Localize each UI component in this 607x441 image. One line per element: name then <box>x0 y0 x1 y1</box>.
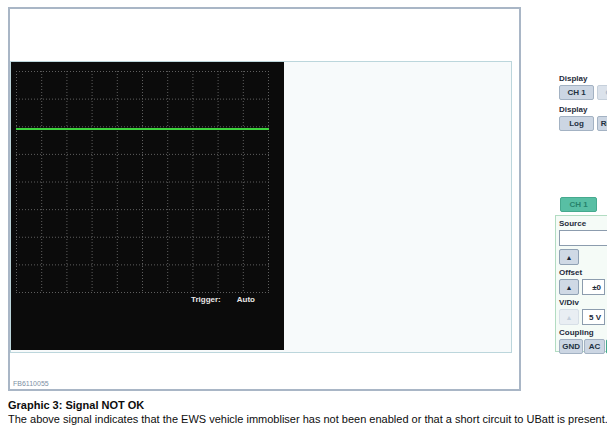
control-panel: Display CH 1 CH 2 Coupled Display Log Re… <box>284 62 511 352</box>
figure-frame: Trigger: Auto Display CH 1 CH 2 Coupled … <box>8 7 521 391</box>
up-arrow-icon: ▲ <box>566 314 573 321</box>
ch1-offset-value[interactable]: ±0 % <box>582 279 605 295</box>
display-ch1-button[interactable]: CH 1 <box>559 85 594 100</box>
oscilloscope-app: Trigger: Auto Display CH 1 CH 2 Coupled … <box>10 61 512 353</box>
ch1-offset-up-button[interactable]: ▲ <box>559 279 579 295</box>
ch1-source-up-button[interactable]: ▲ <box>559 249 579 265</box>
caption-title: Graphic 3: Signal NOT OK <box>8 399 604 411</box>
figure-code: FB6110055 <box>13 380 49 387</box>
ch1-vdiv-label: V/Div <box>559 298 607 307</box>
display-channel-label: Display <box>559 74 607 83</box>
ch1-coupling-ac-button[interactable]: AC <box>584 339 604 354</box>
scope-trigger-value: Auto <box>237 295 255 304</box>
ch1-vdiv-up-button[interactable]: ▲ <box>559 309 579 325</box>
display-ch2-button[interactable]: CH 2 <box>597 85 607 100</box>
figure-caption: Graphic 3: Signal NOT OK The above signa… <box>8 399 604 425</box>
display-mode-group: Display Log Record Compress Stimuli <box>559 102 607 131</box>
display-mode-label: Display <box>559 105 607 114</box>
ch1-vdiv-value[interactable]: 5 V <box>582 309 605 325</box>
ch1-source-value[interactable] <box>559 230 607 246</box>
scope-display: Trigger: Auto <box>11 62 284 350</box>
ch1-offset-label: Offset <box>559 268 607 277</box>
caption-body: The above signal indicates that the EWS … <box>8 413 604 425</box>
record-button[interactable]: Record <box>597 116 607 131</box>
ch1-group: Source ▲ ▼ Offset ▲ ±0 % ▼ V/Div ▲ 5 V ▼ <box>555 215 607 352</box>
display-channel-group: Display CH 1 CH 2 Coupled <box>559 71 607 100</box>
ch1-coupling-label: Coupling <box>559 328 607 337</box>
up-arrow-icon: ▲ <box>566 284 573 291</box>
log-button[interactable]: Log <box>559 116 594 131</box>
up-arrow-icon: ▲ <box>566 254 573 261</box>
ch1-select-button[interactable]: CH 1 <box>560 197 597 212</box>
scope-trigger-label: Trigger: <box>191 295 221 304</box>
ch1-source-label: Source <box>559 219 607 228</box>
scope-grid <box>16 71 269 293</box>
ch1-coupling-gnd-button[interactable]: GND <box>559 339 583 354</box>
